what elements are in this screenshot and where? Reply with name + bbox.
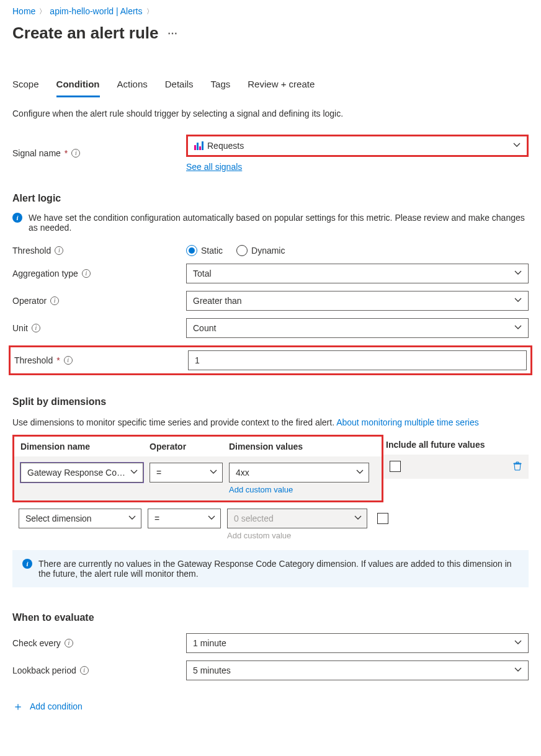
signal-name-row: Signal name * i Requests See all signals (12, 131, 529, 176)
dim-header-vals: Dimension values (229, 442, 375, 451)
chevron-down-icon (513, 141, 521, 149)
unit-select[interactable]: Count (186, 318, 529, 338)
plus-icon: ＋ (12, 699, 24, 714)
info-icon: i (22, 559, 32, 569)
info-icon[interactable]: i (82, 269, 91, 278)
chevron-down-icon (354, 514, 362, 522)
chevron-down-icon (130, 468, 138, 476)
signal-name-select[interactable]: Requests (186, 135, 529, 157)
aggregation-label: Aggregation type (12, 269, 78, 278)
breadcrumb-item[interactable]: apim-hello-world | Alerts (50, 6, 142, 16)
chevron-down-icon (208, 514, 215, 522)
add-custom-value-disabled: Add custom value (227, 528, 367, 540)
unit-label: Unit (12, 323, 28, 333)
trash-icon (512, 461, 522, 471)
breadcrumb-home[interactable]: Home (12, 6, 35, 16)
dim-name-select-2[interactable]: Select dimension (19, 509, 141, 528)
dim-header-name: Dimension name (20, 442, 150, 451)
add-condition-button[interactable]: ＋ Add condition (12, 684, 529, 714)
include-future-checkbox[interactable] (390, 461, 401, 472)
check-every-label: Check every (12, 638, 61, 648)
chevron-down-icon (128, 514, 136, 522)
tab-description: Configure when the alert rule should tri… (12, 97, 529, 131)
info-icon[interactable]: i (71, 149, 80, 158)
page-title: Create an alert rule ⋯ (12, 20, 529, 54)
chevron-down-icon (514, 296, 522, 304)
threshold-dynamic-radio[interactable]: Dynamic (236, 245, 285, 256)
tab-condition[interactable]: Condition (56, 79, 100, 97)
alert-logic-callout: i We have set the condition configuratio… (12, 210, 529, 241)
info-icon[interactable]: i (80, 666, 89, 675)
dimension-highlight: Dimension name Operator Dimension values… (12, 435, 383, 502)
operator-label: Operator (12, 296, 47, 306)
dim-val-select[interactable]: 4xx (229, 463, 369, 483)
see-all-signals-link[interactable]: See all signals (186, 157, 242, 172)
info-icon: i (12, 213, 22, 223)
tab-actions[interactable]: Actions (117, 79, 148, 97)
threshold-value-label: Threshold (14, 355, 53, 365)
tabs: Scope Condition Actions Details Tags Rev… (12, 54, 529, 97)
include-future-checkbox-2[interactable] (377, 513, 388, 524)
dimension-callout: i There are currently no values in the G… (12, 550, 529, 587)
lookback-select[interactable]: 5 minutes (186, 660, 529, 680)
chevron-down-icon (514, 324, 522, 331)
lookback-label: Lookback period (12, 665, 76, 675)
threshold-highlight: Threshold*i 1 (9, 345, 532, 375)
threshold-value-input[interactable]: 1 (188, 350, 527, 370)
chart-icon (194, 141, 203, 150)
info-icon[interactable]: i (64, 356, 73, 365)
tab-review[interactable]: Review + create (248, 79, 315, 97)
breadcrumb: Home 〉 apim-hello-world | Alerts 〉 (12, 0, 529, 20)
chevron-down-icon (514, 639, 522, 646)
dim-name-select[interactable]: Gateway Response Co… (20, 463, 143, 483)
split-description: Use dimensions to monitor specific time … (12, 414, 529, 427)
chevron-down-icon (356, 468, 364, 476)
aggregation-select[interactable]: Total (186, 264, 529, 283)
tab-details[interactable]: Details (165, 79, 194, 97)
dim-val-select-2[interactable]: 0 selected (227, 509, 367, 528)
dim-header-include: Include all future values (383, 435, 529, 455)
alert-logic-heading: Alert logic (12, 176, 529, 210)
delete-dimension-button[interactable] (512, 461, 522, 473)
tab-scope[interactable]: Scope (12, 79, 39, 97)
chevron-down-icon (210, 468, 217, 476)
add-custom-value[interactable]: Add custom value (229, 483, 369, 494)
split-learn-link[interactable]: About monitoring multiple time series (336, 417, 479, 427)
chevron-down-icon (514, 666, 522, 674)
dim-header-op: Operator (150, 442, 229, 451)
info-icon[interactable]: i (50, 296, 59, 305)
split-heading: Split by dimensions (12, 379, 529, 414)
chevron-down-icon (514, 269, 522, 277)
dim-op-select[interactable]: = (150, 463, 223, 483)
tab-tags[interactable]: Tags (211, 79, 231, 97)
dim-op-select-2[interactable]: = (148, 509, 221, 528)
evaluate-heading: When to evaluate (12, 587, 529, 629)
required-indicator: * (65, 148, 68, 158)
threshold-static-radio[interactable]: Static (186, 245, 223, 256)
chevron-right-icon: 〉 (39, 7, 46, 16)
operator-select[interactable]: Greater than (186, 291, 529, 311)
check-every-select[interactable]: 1 minute (186, 633, 529, 653)
threshold-type-label: Threshold (12, 246, 51, 256)
signal-name-label: Signal name (12, 148, 61, 158)
more-menu[interactable]: ⋯ (168, 27, 179, 39)
info-icon[interactable]: i (55, 246, 63, 255)
info-icon[interactable]: i (32, 324, 40, 332)
chevron-right-icon: 〉 (146, 7, 153, 16)
info-icon[interactable]: i (65, 639, 73, 647)
